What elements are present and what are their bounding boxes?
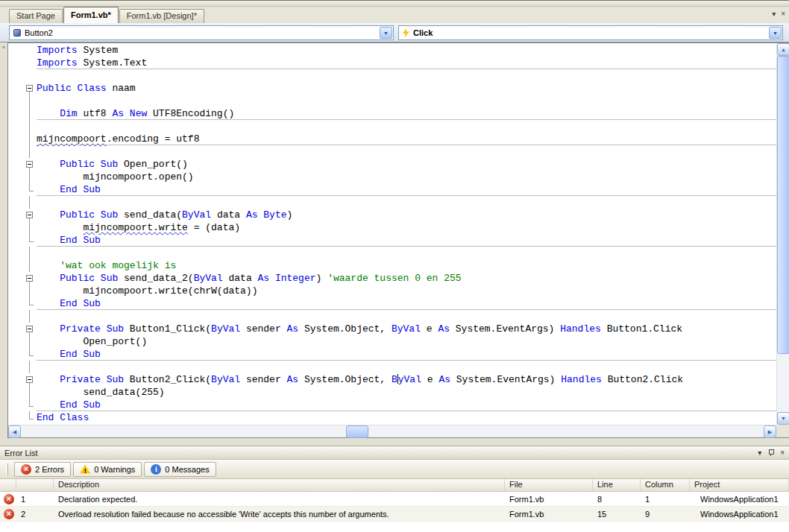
filter-errors-button[interactable]: 2 Errors <box>14 462 71 477</box>
document-tab[interactable]: Form1.vb* <box>63 7 119 23</box>
outline-end <box>29 183 34 191</box>
column-header[interactable]: Project <box>690 479 789 491</box>
horizontal-scrollbar[interactable]: ◀ ▶ <box>8 425 776 437</box>
event-selector-combobox[interactable]: Click ▼ <box>398 25 783 40</box>
code-line[interactable] <box>8 95 776 107</box>
document-tab[interactable]: Form1.vb [Design]* <box>119 9 204 23</box>
scrollbar-corner <box>776 425 789 437</box>
code-line[interactable]: End Sub <box>8 234 776 247</box>
scroll-down-icon[interactable]: ▼ <box>777 412 789 425</box>
code-line[interactable]: End Sub <box>8 399 776 411</box>
code-line[interactable]: Imports System <box>8 44 776 57</box>
document-tab[interactable]: Start Page <box>9 9 63 23</box>
autohide-chevron-icon[interactable]: « <box>0 44 7 51</box>
code-line[interactable]: End Class <box>8 411 776 424</box>
object-dropdown-arrow-icon[interactable]: ▼ <box>380 27 392 39</box>
code-segment: 'wat ook mogelijk is <box>60 260 176 271</box>
editor-region: « Imports SystemImports System.TextPubli… <box>0 42 789 438</box>
code-segment <box>37 273 60 284</box>
scroll-up-icon[interactable]: ▲ <box>777 43 789 56</box>
collapse-box-icon[interactable] <box>26 275 33 282</box>
filter-warnings-button[interactable]: 0 Warnings <box>73 462 142 477</box>
collapse-box-icon[interactable] <box>26 85 33 92</box>
code-line[interactable]: Public Sub send_data(ByVal data As Byte) <box>8 209 776 221</box>
code-line[interactable]: mijncompoort.encoding = utf8 <box>8 133 776 145</box>
code-segment: sender <box>240 323 286 335</box>
code-line[interactable] <box>8 310 776 323</box>
code-line[interactable] <box>8 145 776 158</box>
code-line[interactable] <box>8 120 776 133</box>
panel-splitter[interactable] <box>0 438 789 446</box>
column-header[interactable]: Line <box>593 479 641 491</box>
code-line[interactable]: Open_port() <box>8 335 776 348</box>
code-segment: As <box>287 374 299 385</box>
code-line[interactable]: Private Sub Button1_Click(ByVal sender A… <box>8 323 776 335</box>
close-document-icon[interactable]: × <box>781 10 785 18</box>
code-line[interactable] <box>8 361 776 373</box>
toolbar-grip[interactable] <box>6 463 8 475</box>
code-editor[interactable]: Imports SystemImports System.TextPublic … <box>7 42 789 438</box>
collapse-box-icon[interactable] <box>26 212 33 218</box>
vertical-scroll-thumb[interactable] <box>777 56 789 354</box>
close-panel-icon[interactable]: × <box>780 449 785 457</box>
code-line[interactable]: Public Sub Open_port() <box>8 158 776 171</box>
error-icon <box>4 494 14 504</box>
code-line[interactable] <box>8 196 776 209</box>
code-segment: As <box>287 323 299 335</box>
filter-messages-button[interactable]: 0 Messages <box>144 462 216 477</box>
code-segment <box>37 298 60 309</box>
horizontal-scroll-thumb[interactable] <box>346 425 368 438</box>
panel-title-buttons: ▾ × <box>758 449 785 457</box>
autohide-rail: « <box>0 42 7 438</box>
column-header[interactable] <box>16 479 54 491</box>
column-header[interactable]: Column <box>641 479 690 491</box>
code-line[interactable]: End Sub <box>8 297 776 310</box>
code-segment: data <box>223 273 258 284</box>
code-line[interactable]: send_data(255) <box>8 386 776 399</box>
code-line[interactable]: mijncompoort.write = (data) <box>8 221 776 234</box>
code-line[interactable]: mijncompoort.write(chrW(data)) <box>8 285 776 297</box>
collapse-box-icon[interactable] <box>26 161 33 168</box>
object-selector-combobox[interactable]: Button2 ▼ <box>9 25 394 40</box>
code-segment: System.EventArgs) <box>450 374 561 385</box>
error-row[interactable]: 1Declaration expected.Form1.vb81WindowsA… <box>0 492 789 507</box>
code-segment: send_data( <box>118 209 182 221</box>
code-line[interactable]: Public Class naam <box>8 82 776 95</box>
error-list-panel: Error List ▾ × 2 Errors0 Warnings0 Messa… <box>0 446 789 532</box>
code-segment <box>37 184 60 195</box>
outline-line <box>29 145 30 158</box>
auto-hide-pin-icon[interactable] <box>767 449 774 457</box>
filter-label: 0 Warnings <box>94 465 135 474</box>
code-line[interactable]: 'wat ook mogelijk is <box>8 259 776 272</box>
code-line[interactable] <box>8 247 776 259</box>
code-line[interactable]: End Sub <box>8 348 776 361</box>
code-segment: Public Sub <box>60 209 118 221</box>
code-line[interactable] <box>8 69 776 82</box>
column-header[interactable]: File <box>505 479 593 491</box>
code-segment: As <box>438 374 450 385</box>
column-header[interactable] <box>0 479 16 491</box>
code-segment: sender <box>240 374 286 385</box>
error-row[interactable]: 2Overload resolution failed because no a… <box>0 507 789 522</box>
code-line[interactable]: Private Sub Button2_Click(ByVal sender A… <box>8 373 776 386</box>
column-header[interactable]: Description <box>54 479 505 491</box>
window-position-menu-icon[interactable]: ▾ <box>758 449 761 457</box>
scroll-left-icon[interactable]: ◀ <box>8 425 21 438</box>
error-grid-header: DescriptionFileLineColumnProject <box>0 479 789 492</box>
code-segment: Handles <box>561 374 602 385</box>
code-segment <box>37 260 60 271</box>
code-line[interactable]: Imports System.Text <box>8 57 776 69</box>
active-files-dropdown-icon[interactable]: ▾ <box>772 10 776 18</box>
collapse-box-icon[interactable] <box>26 376 33 383</box>
scroll-right-icon[interactable]: ▶ <box>764 425 776 438</box>
code-segment: Imports <box>37 45 78 56</box>
code-line[interactable]: End Sub <box>8 183 776 196</box>
tab-bar: Start PageForm1.vb*Form1.vb [Design]* <box>9 7 205 23</box>
code-line[interactable]: mijncompoort.open() <box>8 171 776 183</box>
code-line[interactable]: Dim utf8 As New UTF8Encoding() <box>8 107 776 120</box>
code-area[interactable]: Imports SystemImports System.TextPublic … <box>8 43 776 425</box>
event-dropdown-arrow-icon[interactable]: ▼ <box>769 27 782 39</box>
collapse-box-icon[interactable] <box>26 326 33 332</box>
code-line[interactable]: Public Sub send_data_2(ByVal data As Int… <box>8 272 776 285</box>
vertical-scrollbar[interactable]: ▲ ▼ <box>776 43 789 425</box>
